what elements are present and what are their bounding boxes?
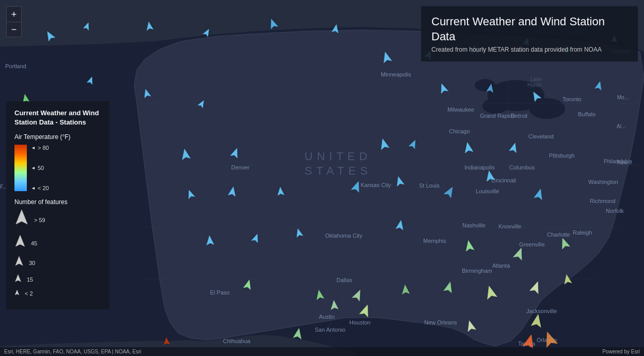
svg-marker-109: [484, 285, 497, 299]
svg-text:St Louis: St Louis: [419, 182, 440, 189]
feature-legend-item: 45: [14, 235, 101, 251]
svg-text:Nashville: Nashville: [462, 222, 486, 228]
svg-marker-103: [559, 237, 570, 249]
svg-marker-124: [15, 290, 19, 295]
svg-text:Portland: Portland: [5, 63, 26, 69]
svg-text:New Orleans: New Orleans: [424, 319, 457, 326]
feature-arrow-icon: [14, 235, 26, 251]
feature-arrow-icon: [14, 210, 29, 230]
svg-marker-112: [293, 328, 303, 339]
temp-section-label: Air Temperature (°F): [14, 133, 101, 141]
svg-text:Chicago: Chicago: [449, 128, 470, 134]
svg-text:Greenville: Greenville: [519, 241, 545, 247]
feature-arrow-icon: [14, 290, 20, 297]
svg-marker-67: [268, 18, 278, 29]
svg-text:Indianapolis: Indianapolis: [464, 164, 495, 171]
svg-text:New...: New...: [617, 160, 632, 165]
svg-text:Memphis: Memphis: [423, 238, 446, 244]
zoom-controls[interactable]: + −: [6, 6, 22, 37]
temp-label-low: < 20: [31, 185, 49, 191]
svg-text:Birmingham: Birmingham: [462, 268, 492, 274]
temp-gradient-bar: [14, 145, 27, 191]
svg-marker-115: [465, 319, 476, 331]
svg-text:Knoxville: Knoxville: [498, 223, 521, 229]
svg-marker-119: [164, 337, 170, 345]
svg-marker-77: [142, 88, 151, 98]
svg-text:Denver: Denver: [231, 164, 250, 171]
attribution-text: Esri, HERE, Garmin, FAO, NOAA, USGS, EPA…: [4, 349, 141, 354]
svg-text:Huron: Huron: [527, 82, 541, 88]
svg-text:Al...: Al...: [617, 123, 625, 129]
svg-marker-87: [463, 142, 473, 153]
svg-marker-108: [444, 281, 455, 292]
svg-marker-95: [485, 170, 495, 181]
svg-marker-82: [595, 81, 603, 90]
feature-legend-item: 15: [14, 274, 101, 285]
features-section-label: Number of features: [14, 198, 101, 206]
svg-marker-88: [509, 142, 519, 153]
svg-marker-96: [534, 188, 545, 199]
feature-legend-item: 30: [14, 256, 101, 269]
wind-arrow: [400, 284, 411, 298]
svg-text:Raleigh: Raleigh: [573, 229, 592, 236]
wind-arrow: [329, 300, 340, 314]
svg-marker-104: [244, 279, 253, 290]
wind-arrow: [276, 187, 285, 199]
wind-arrow: [205, 235, 215, 249]
temp-label-mid: 50: [31, 165, 49, 171]
svg-marker-101: [464, 240, 474, 251]
svg-text:Chihuahua: Chihuahua: [223, 338, 251, 344]
svg-text:Pittsburgh: Pittsburgh: [549, 152, 575, 159]
feature-arrow-icon: [14, 256, 24, 269]
feature-label: 15: [27, 276, 33, 283]
svg-text:Cleveland: Cleveland: [528, 133, 554, 140]
svg-marker-80: [487, 83, 494, 92]
svg-text:Dallas: Dallas: [336, 277, 352, 283]
feature-legend-item: > 59: [14, 210, 101, 230]
svg-text:Grand Rapids: Grand Rapids: [480, 113, 515, 119]
svg-marker-93: [395, 176, 405, 187]
powered-by-text: Powered by Esri: [602, 349, 640, 354]
svg-marker-79: [438, 82, 448, 94]
svg-text:Toronto: Toronto: [562, 96, 582, 102]
svg-marker-99: [295, 228, 303, 238]
map-title: Current Weather and Wind Station Data: [431, 14, 627, 44]
features-legend: > 59 45 30 15: [14, 210, 101, 297]
svg-marker-118: [523, 333, 537, 349]
svg-marker-97: [206, 235, 214, 245]
svg-marker-122: [15, 256, 23, 266]
svg-marker-69: [381, 51, 392, 63]
info-panel: Current Weather and Wind Station Data Cr…: [421, 6, 638, 61]
map-subtitle: Created from hourly METAR station data p…: [431, 46, 627, 53]
svg-text:San Antonio: San Antonio: [315, 327, 345, 333]
svg-marker-113: [330, 300, 339, 309]
svg-text:Buffalo: Buffalo: [578, 111, 595, 117]
svg-text:Jacksonville: Jacksonville: [526, 308, 557, 314]
feature-label: < 2: [25, 290, 33, 297]
zoom-out-button[interactable]: −: [6, 22, 22, 37]
svg-marker-85: [379, 137, 390, 149]
svg-marker-91: [277, 187, 284, 195]
svg-text:El Paso: El Paso: [210, 289, 230, 296]
zoom-in-button[interactable]: +: [6, 6, 22, 22]
temp-label-high: > 80: [31, 145, 49, 151]
svg-marker-105: [315, 289, 324, 300]
legend-panel: Current Weather and Wind Station Data - …: [6, 101, 109, 309]
feature-label: 45: [31, 240, 37, 246]
svg-marker-121: [15, 235, 25, 246]
svg-text:Austin: Austin: [319, 314, 335, 320]
svg-marker-90: [228, 186, 237, 196]
feature-arrow-icon: [14, 274, 22, 285]
svg-marker-100: [396, 220, 405, 230]
footer: Esri, HERE, Garmin, FAO, NOAA, USGS, EPA…: [0, 347, 644, 356]
svg-marker-116: [531, 314, 543, 328]
svg-text:STATES: STATES: [304, 164, 372, 177]
svg-marker-120: [16, 210, 27, 224]
feature-legend-item: < 2: [14, 290, 101, 297]
map-container[interactable]: Lake Huron UNITED STATES Portland Minnea…: [0, 0, 644, 356]
feature-label: 30: [29, 260, 35, 266]
svg-marker-89: [186, 189, 195, 198]
svg-text:Washington: Washington: [588, 179, 618, 185]
legend-title: Current Weather and Wind Station Data - …: [14, 109, 101, 127]
svg-text:Kansas City: Kansas City: [361, 182, 391, 188]
